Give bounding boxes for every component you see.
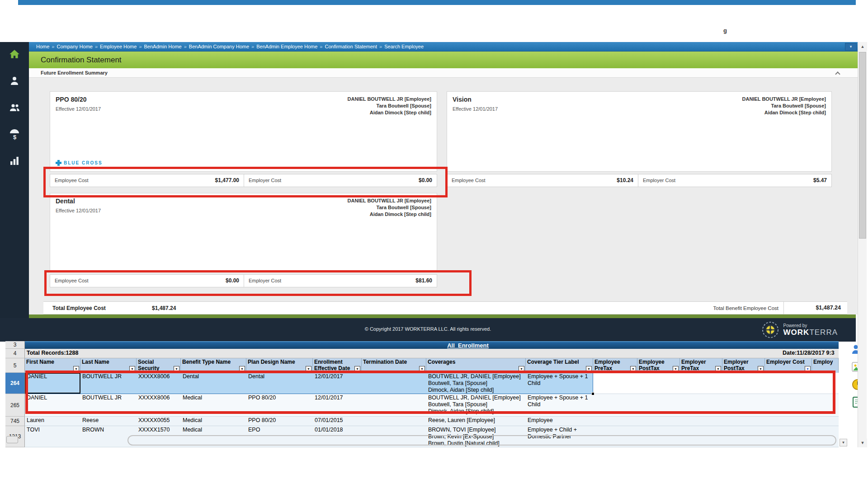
spreadsheet-cell[interactable]: EPO: [246, 426, 313, 447]
breadcrumb-link[interactable]: Search Employee: [384, 44, 424, 49]
sheet-tab-scroll[interactable]: [6, 436, 18, 443]
spreadsheet-cell[interactable]: 12/01/2017: [313, 373, 362, 394]
filter-dropdown-button[interactable]: ▼: [630, 366, 636, 372]
spreadsheet-cell[interactable]: PPO 80/20: [246, 417, 313, 426]
spreadsheet-cell[interactable]: [680, 373, 722, 394]
spreadsheet-cell[interactable]: [765, 394, 812, 417]
spreadsheet-cell[interactable]: DANIEL: [25, 394, 80, 417]
filter-dropdown-button[interactable]: ▼: [73, 366, 79, 372]
column-header[interactable]: Enrollment Effective Date▼: [313, 358, 362, 373]
breadcrumb-link[interactable]: BenAdmin Company Home: [189, 44, 249, 49]
spreadsheet-cell[interactable]: DANIEL: [25, 373, 80, 394]
spreadsheet-cell[interactable]: Medical: [181, 417, 246, 426]
spreadsheet-cell[interactable]: 07/01/2015: [313, 417, 362, 426]
spreadsheet-cell[interactable]: [637, 394, 680, 417]
reports-chart-icon[interactable]: [8, 154, 21, 168]
breadcrumb-link[interactable]: Company Home: [57, 44, 92, 49]
column-header[interactable]: Benefit Type Name▼: [181, 358, 246, 373]
spreadsheet-cell[interactable]: XXXXX8006: [137, 394, 181, 417]
breadcrumb-link[interactable]: BenAdmin Home: [144, 44, 182, 49]
column-header[interactable]: Employee PreTax▼: [593, 358, 637, 373]
spreadsheet-cell[interactable]: [637, 426, 680, 447]
spreadsheet-cell[interactable]: [637, 417, 680, 426]
spreadsheet-cell[interactable]: [362, 394, 426, 417]
sheet-scroll-down-icon[interactable]: ▼: [840, 439, 847, 446]
spreadsheet-cell[interactable]: [362, 373, 426, 394]
filter-dropdown-button[interactable]: ▼: [586, 366, 592, 372]
page-scrollbar[interactable]: ▲ ▼: [858, 42, 867, 447]
spreadsheet-cell[interactable]: 01/01/2018: [313, 426, 362, 447]
spreadsheet-cell[interactable]: Medical: [181, 426, 246, 447]
spreadsheet-cell[interactable]: [765, 373, 812, 394]
users-icon[interactable]: [8, 101, 21, 114]
spreadsheet-cell[interactable]: [812, 417, 839, 426]
spreadsheet-cell[interactable]: BOUTWELL JR: [80, 394, 137, 417]
filter-dropdown-button[interactable]: ▼: [419, 366, 425, 372]
spreadsheet-cell[interactable]: Dental: [246, 373, 313, 394]
spreadsheet-cell[interactable]: BOUTWELL JR, DANIEL [Employee] Boutwell,…: [426, 373, 526, 394]
filter-dropdown-button[interactable]: ▼: [129, 366, 135, 372]
spreadsheet-cell[interactable]: [722, 373, 765, 394]
benefits-umbrella-icon[interactable]: $: [8, 127, 21, 141]
breadcrumb-dropdown-button[interactable]: ▾: [845, 43, 857, 51]
spreadsheet-cell[interactable]: [593, 373, 637, 394]
spreadsheet-cell[interactable]: 12/01/2017: [313, 394, 362, 417]
filter-dropdown-button[interactable]: ▼: [805, 366, 811, 372]
filter-dropdown-button[interactable]: ▼: [673, 366, 679, 372]
spreadsheet-cell[interactable]: [812, 426, 839, 447]
spreadsheet-cell[interactable]: Employee + Child + Domestic Partner: [526, 426, 593, 447]
spreadsheet-cell[interactable]: [637, 373, 680, 394]
row-number[interactable]: 3: [5, 341, 25, 349]
spreadsheet-cell[interactable]: [680, 417, 722, 426]
row-number[interactable]: 4: [5, 349, 25, 358]
column-header[interactable]: Termination Date▼: [362, 358, 426, 373]
filter-dropdown-button[interactable]: ▼: [519, 366, 524, 372]
spreadsheet-cell[interactable]: Employee + Spouse + 1 Child: [526, 373, 593, 394]
spreadsheet-cell[interactable]: [593, 426, 637, 447]
spreadsheet-cell[interactable]: PPO 80/20: [246, 394, 313, 417]
spreadsheet-cell[interactable]: [812, 373, 839, 394]
filter-dropdown-button[interactable]: ▼: [715, 366, 721, 372]
spreadsheet-cell[interactable]: TOVI: [25, 426, 80, 447]
spreadsheet-cell[interactable]: Reese, Lauren [Employee]: [426, 417, 526, 426]
filter-dropdown-button[interactable]: ▼: [174, 366, 179, 372]
filter-dropdown-button[interactable]: ▼: [306, 366, 311, 372]
spreadsheet-cell[interactable]: [593, 417, 637, 426]
column-header[interactable]: Coverages▼: [426, 358, 526, 373]
spreadsheet-cell[interactable]: Reese: [80, 417, 137, 426]
spreadsheet-cell[interactable]: [722, 417, 765, 426]
column-header[interactable]: First Name▼: [25, 358, 80, 373]
scrollbar-thumb[interactable]: [859, 52, 866, 239]
breadcrumb-link[interactable]: BenAdmin Employee Home: [256, 44, 317, 49]
spreadsheet-cell[interactable]: XXXXX0055: [137, 417, 181, 426]
spreadsheet-cell[interactable]: [362, 426, 426, 447]
spreadsheet-cell[interactable]: [680, 394, 722, 417]
user-icon[interactable]: [8, 74, 21, 88]
spreadsheet-cell[interactable]: Employee + Spouse + 1 Child: [526, 394, 593, 417]
spreadsheet-cell[interactable]: [593, 394, 637, 417]
column-header[interactable]: Employer PreTax▼: [680, 358, 722, 373]
column-header[interactable]: Employee PostTax▼: [637, 358, 680, 373]
spreadsheet-cell[interactable]: BROWN: [80, 426, 137, 447]
spreadsheet-cell[interactable]: XXXXX1570: [137, 426, 181, 447]
filter-dropdown-button[interactable]: ▼: [758, 366, 764, 372]
spreadsheet-cell[interactable]: [765, 417, 812, 426]
spreadsheet-cell[interactable]: BROWN, TOVI [Employee] Brown, Kevin [Ex-…: [426, 426, 526, 447]
selection-fill-handle[interactable]: [591, 392, 594, 395]
column-header[interactable]: Coverage Tier Label▼: [526, 358, 593, 373]
spreadsheet-cell[interactable]: Dental: [181, 373, 246, 394]
spreadsheet-cell[interactable]: Medical: [181, 394, 246, 417]
spreadsheet-cell[interactable]: [722, 426, 765, 447]
column-header[interactable]: Employ: [812, 358, 839, 373]
column-header[interactable]: Social Security▼: [137, 358, 181, 373]
spreadsheet-cell[interactable]: [722, 394, 765, 417]
spreadsheet-cell[interactable]: BOUTWELL JR, DANIEL [Employee] Boutwell,…: [426, 394, 526, 417]
spreadsheet-cell[interactable]: [812, 394, 839, 417]
spreadsheet-cell[interactable]: XXXXX8006: [137, 373, 181, 394]
scroll-up-icon[interactable]: ▲: [858, 42, 867, 51]
spreadsheet-cell[interactable]: Employee: [526, 417, 593, 426]
column-header[interactable]: Employer PostTax▼: [722, 358, 765, 373]
column-header[interactable]: Plan Design Name▼: [246, 358, 313, 373]
row-number[interactable]: 264: [5, 373, 25, 394]
column-header[interactable]: Last Name▼: [80, 358, 137, 373]
